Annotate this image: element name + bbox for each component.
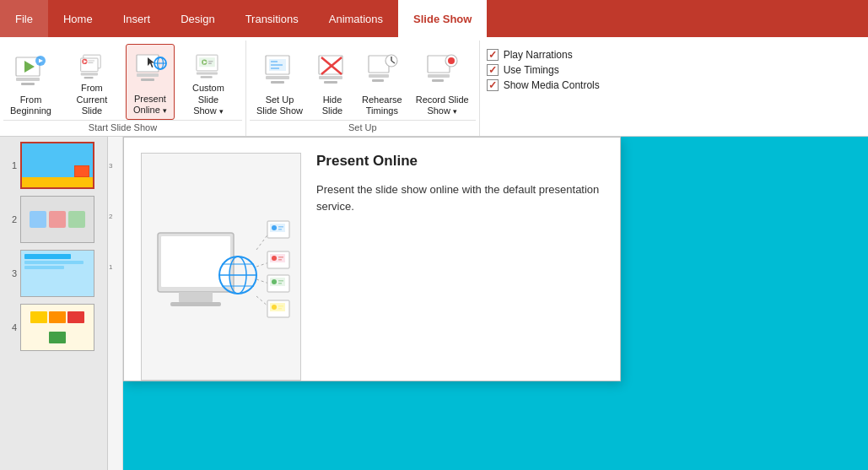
- rehearse-label: RehearseTimings: [362, 95, 402, 116]
- record-icon: [426, 52, 458, 89]
- svg-point-67: [272, 225, 277, 230]
- custom-show-button[interactable]: Custom SlideShow ▾: [175, 44, 242, 120]
- svg-rect-30: [266, 76, 289, 79]
- thumb-img-3[interactable]: [20, 250, 94, 297]
- svg-rect-84: [278, 308, 282, 310]
- slide-thumb-2[interactable]: 2: [3, 194, 104, 245]
- tooltip-title: Present Online: [316, 153, 603, 170]
- ruler-vertical: 3 2 1: [108, 137, 123, 470]
- play-narrations-label: Play Narrations: [504, 49, 573, 61]
- group-start-slide-show: FromBeginning FromCurrent Slide: [0, 41, 246, 136]
- tab-transitions[interactable]: Transitions: [230, 0, 314, 37]
- svg-rect-43: [372, 79, 384, 82]
- thumb-img-2[interactable]: [20, 196, 94, 243]
- thumb-img-4[interactable]: [20, 304, 94, 351]
- slide-thumb-4[interactable]: 4: [3, 302, 104, 353]
- svg-rect-74: [278, 259, 282, 261]
- slide-panel[interactable]: 1 2 3: [0, 137, 108, 470]
- present-online-tooltip: Present Online Present the slide show on…: [123, 137, 621, 381]
- use-timings-box[interactable]: ✓: [487, 64, 499, 76]
- from-beginning-label: FromBeginning: [10, 95, 51, 116]
- svg-rect-68: [278, 226, 283, 228]
- from-current-label: FromCurrent Slide: [65, 83, 119, 116]
- svg-rect-24: [201, 76, 213, 78]
- ribbon-tabs: File Home Insert Design Transitions Anim…: [0, 0, 868, 37]
- hide-slide-label: HideSlide: [322, 95, 342, 116]
- svg-rect-35: [271, 68, 279, 69]
- rehearse-button[interactable]: RehearseTimings: [355, 44, 409, 120]
- tab-animations[interactable]: Animations: [314, 0, 398, 37]
- tooltip-description: Present the slide show online with the d…: [316, 181, 603, 214]
- tab-home[interactable]: Home: [48, 0, 108, 37]
- setup-slideshow-label: Set UpSlide Show: [256, 95, 303, 116]
- svg-rect-10: [88, 60, 94, 61]
- svg-rect-11: [88, 62, 93, 63]
- slide-num-4: 4: [5, 322, 17, 332]
- use-timings-check: ✓: [488, 64, 497, 76]
- svg-rect-3: [21, 83, 35, 85]
- svg-rect-28: [208, 63, 212, 64]
- group-setup: Set UpSlide Show HideSlide: [246, 41, 480, 136]
- from-current-icon: [76, 52, 108, 81]
- ribbon-content: FromBeginning FromCurrent Slide: [0, 37, 868, 137]
- group-setup-buttons: Set UpSlide Show HideSlide: [250, 44, 476, 120]
- main-area: 1 2 3: [0, 137, 868, 470]
- ribbon: File Home Insert Design Transitions Anim…: [0, 0, 868, 137]
- custom-show-label: Custom SlideShow ▾: [181, 83, 235, 116]
- svg-rect-38: [324, 81, 337, 84]
- svg-rect-12: [81, 73, 98, 75]
- svg-rect-22: [199, 57, 215, 67]
- slide-num-2: 2: [5, 214, 17, 224]
- from-beginning-button[interactable]: FromBeginning: [3, 44, 58, 120]
- thumb-img-1[interactable]: [20, 142, 94, 189]
- tooltip-text-area: Present Online Present the slide show on…: [316, 153, 603, 364]
- group-setup-label: Set Up: [250, 120, 476, 136]
- svg-rect-34: [271, 64, 283, 66]
- from-beginning-icon: [14, 52, 46, 89]
- slide-thumb-1[interactable]: 1: [3, 140, 104, 191]
- svg-rect-33: [271, 61, 278, 62]
- svg-point-51: [448, 57, 455, 64]
- tab-design[interactable]: Design: [165, 0, 229, 37]
- hide-icon: [316, 52, 348, 89]
- slide-num-3: 3: [5, 268, 17, 278]
- present-online-icon: [133, 51, 167, 89]
- svg-rect-54: [179, 292, 213, 302]
- show-options-checkboxes: ✓ Play Narrations ✓ Use Timings ✓ Show M…: [487, 44, 600, 96]
- from-current-button[interactable]: FromCurrent Slide: [58, 44, 126, 120]
- hide-slide-button[interactable]: HideSlide: [310, 44, 355, 120]
- svg-rect-16: [141, 78, 154, 81]
- tooltip-illustration: [141, 153, 301, 381]
- record-button[interactable]: Record SlideShow ▾: [409, 44, 476, 120]
- svg-rect-83: [278, 305, 283, 307]
- svg-rect-37: [319, 76, 342, 79]
- svg-point-82: [272, 305, 277, 310]
- show-media-checkbox[interactable]: ✓ Show Media Controls: [487, 79, 600, 91]
- show-media-label: Show Media Controls: [504, 79, 600, 91]
- svg-rect-78: [278, 280, 283, 282]
- show-media-box[interactable]: ✓: [487, 79, 499, 91]
- svg-rect-79: [278, 283, 282, 284]
- svg-rect-55: [170, 302, 221, 306]
- tooltip-svg: [149, 182, 293, 351]
- canvas-area: Present Online Present the slide show on…: [123, 137, 868, 470]
- tab-file[interactable]: File: [0, 0, 48, 37]
- tab-insert[interactable]: Insert: [108, 0, 166, 37]
- svg-rect-23: [197, 72, 218, 74]
- svg-rect-13: [84, 77, 94, 78]
- use-timings-label: Use Timings: [504, 64, 559, 76]
- setup-slideshow-button[interactable]: Set UpSlide Show: [250, 44, 310, 120]
- setup-icon: [263, 52, 295, 89]
- custom-show-icon: [191, 52, 225, 81]
- tab-slideshow[interactable]: Slide Show: [398, 0, 487, 37]
- slide-thumb-3[interactable]: 3: [3, 248, 104, 299]
- svg-rect-49: [432, 79, 444, 82]
- play-narrations-check: ✓: [488, 49, 497, 61]
- play-narrations-box[interactable]: ✓: [487, 49, 499, 61]
- group-show-options: ✓ Play Narrations ✓ Use Timings ✓ Show M…: [480, 41, 607, 136]
- rehearse-icon: [366, 52, 398, 89]
- play-narrations-checkbox[interactable]: ✓ Play Narrations: [487, 49, 600, 61]
- present-online-button[interactable]: PresentOnline ▾: [126, 44, 175, 120]
- use-timings-checkbox[interactable]: ✓ Use Timings: [487, 64, 600, 76]
- svg-rect-48: [428, 74, 450, 78]
